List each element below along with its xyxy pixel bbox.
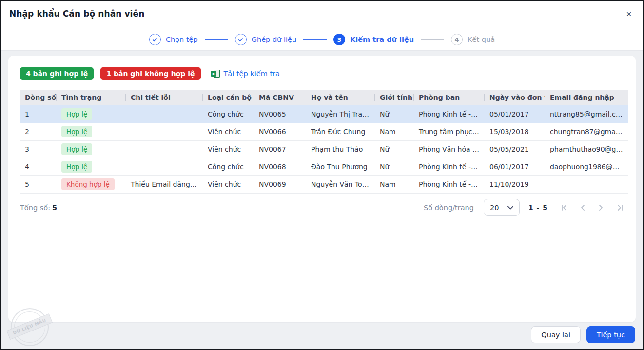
table-cell: [126, 123, 203, 140]
table-cell: 3: [20, 140, 57, 158]
table-cell: Công chức: [203, 105, 254, 123]
step-label: Chọn tệp: [166, 36, 198, 43]
download-link-label: Tải tệp kiểm tra: [224, 70, 280, 78]
step-label: Kiểm tra dữ liệu: [350, 36, 414, 43]
table-cell: [126, 105, 203, 123]
status-badge: Hợp lệ: [61, 161, 92, 173]
table-cell: Hợp lệ: [57, 158, 126, 175]
first-page-button[interactable]: [560, 203, 568, 212]
column-header: Chi tiết lỗi: [126, 90, 203, 105]
table-cell: nttrang85@gmail.com: [545, 105, 628, 123]
column-header: Dòng số: [20, 90, 57, 105]
step-label: Ghép dữ liệu: [252, 36, 296, 43]
page-range: 1 - 5: [528, 204, 548, 212]
table-cell: Nguyễn Thị Trang: [306, 105, 375, 123]
table-cell: 05/01/2017: [485, 105, 545, 123]
step-connector: [421, 39, 444, 40]
stepper-step-2[interactable]: Ghép dữ liệu: [235, 34, 296, 45]
stepper-step-3[interactable]: 3Kiểm tra dữ liệu: [333, 34, 414, 45]
table-cell: 06/01/2017: [485, 158, 545, 175]
modal-body: 4 bản ghi hợp lệ 1 bản ghi không hợp lệ …: [1, 51, 643, 322]
content-card: 4 bản ghi hợp lệ 1 bản ghi không hợp lệ …: [8, 56, 636, 322]
table-cell: Nữ: [375, 105, 414, 123]
total-count: Tổng số:5: [20, 204, 57, 212]
status-badge: Không hợp lệ: [61, 178, 115, 190]
table-cell: Nữ: [375, 158, 414, 175]
stepper-step-1[interactable]: Chọn tệp: [149, 34, 198, 45]
step-connector: [303, 39, 327, 40]
stepper-step-4[interactable]: 4Kết quả: [451, 34, 495, 45]
valid-records-badge: 4 bản ghi hợp lệ: [20, 67, 94, 80]
table-cell: Phòng Văn hóa - X...: [414, 140, 485, 158]
table-row[interactable]: 3Hợp lệViên chứcNV0067Phạm thu ThảoNữPhò…: [20, 140, 628, 158]
previous-page-button[interactable]: [578, 203, 587, 212]
close-icon[interactable]: ×: [623, 8, 635, 20]
table-cell: 05/05/2021: [485, 140, 545, 158]
status-badge: Hợp lệ: [61, 126, 92, 137]
table-cell: daophuong1986@gmai...: [545, 158, 628, 175]
step-label: Kết quả: [468, 36, 495, 43]
continue-button[interactable]: Tiếp tục: [586, 326, 635, 343]
next-page-button[interactable]: [597, 203, 605, 212]
step-number: 4: [451, 34, 463, 45]
table-cell: 11/10/2019: [485, 175, 545, 193]
stepper: Chọn tệpGhép dữ liệu3Kiểm tra dữ liệu4Kế…: [1, 34, 643, 45]
total-count-value: 5: [52, 204, 57, 212]
step-connector: [205, 39, 228, 40]
table-cell: Viên chức: [203, 175, 254, 193]
table-cell: Hợp lệ: [57, 140, 126, 158]
table-cell: Trần Đức Chung: [306, 123, 375, 140]
modal-footer: Quay lại Tiếp tục: [531, 326, 635, 343]
pagination-bar: Tổng số:5 Số dòng/trang 20 1 - 5: [20, 194, 624, 222]
table-cell: chungtran87@gmail.com: [545, 123, 628, 140]
page-title: Nhập khẩu Cán bộ nhân viên: [9, 9, 144, 19]
table-cell: Phòng Kinh tế - H...: [414, 105, 485, 123]
rows-per-page-select[interactable]: 20: [484, 199, 520, 216]
table-cell: Thiếu Email đăng nhập ...: [126, 175, 203, 193]
table-cell: Không hợp lệ: [57, 175, 126, 193]
table-cell: [126, 140, 203, 158]
table-cell: 5: [20, 175, 57, 193]
table-cell: Viên chức: [203, 123, 254, 140]
column-header: Phòng ban: [414, 90, 485, 105]
table-row[interactable]: 5Không hợp lệThiếu Email đăng nhập ...Vi…: [20, 175, 628, 193]
table-cell: 1: [20, 105, 57, 123]
column-header: Tình trạng: [57, 90, 126, 105]
table-cell: Nam: [375, 175, 414, 193]
download-check-file-link[interactable]: x Tải tệp kiểm tra: [211, 69, 280, 78]
table-cell: [545, 175, 628, 193]
chevron-down-icon: [507, 206, 513, 210]
table-cell: NV0066: [254, 123, 306, 140]
table-cell: Công chức: [203, 158, 254, 175]
table-cell: Phòng Kinh tế - H...: [414, 175, 485, 193]
last-page-button[interactable]: [615, 203, 624, 212]
table-cell: Hợp lệ: [57, 105, 126, 123]
excel-file-icon: x: [211, 69, 220, 78]
table-cell: Trung tâm phục v...: [414, 123, 485, 140]
table-cell: Nữ: [375, 140, 414, 158]
column-header: Ngày vào đơn vị: [485, 90, 545, 105]
table-cell: 15/03/2018: [485, 123, 545, 140]
table-cell: Hợp lệ: [57, 123, 126, 140]
back-button[interactable]: Quay lại: [531, 326, 581, 343]
step-check-icon: [149, 34, 161, 45]
column-header: Họ và tên: [306, 90, 375, 105]
status-badge: Hợp lệ: [61, 108, 92, 120]
table-cell: Đào Thu Phương: [306, 158, 375, 175]
import-check-table: Dòng sốTình trạngChi tiết lỗiLoại cán bộ…: [20, 90, 628, 194]
step-number: 3: [333, 34, 345, 45]
column-header: Giới tính: [375, 90, 414, 105]
table-cell: Nam: [375, 123, 414, 140]
table-row[interactable]: 2Hợp lệViên chứcNV0066Trần Đức ChungNamT…: [20, 123, 628, 140]
table-cell: NV0068: [254, 158, 306, 175]
column-header: Loại cán bộ: [203, 90, 254, 105]
table-cell: Nguyễn Văn Toàn: [306, 175, 375, 193]
step-check-icon: [235, 34, 247, 45]
table-row[interactable]: 1Hợp lệCông chứcNV0065Nguyễn Thị TrangNữ…: [20, 105, 628, 123]
invalid-records-badge: 1 bản ghi không hợp lệ: [100, 67, 200, 80]
table-cell: phamthuthao90@gmail...: [545, 140, 628, 158]
table-cell: NV0069: [254, 175, 306, 193]
table-row[interactable]: 4Hợp lệCông chứcNV0068Đào Thu PhươngNữPh…: [20, 158, 628, 175]
summary-row: 4 bản ghi hợp lệ 1 bản ghi không hợp lệ …: [20, 67, 624, 80]
column-header: Email đăng nhập: [545, 90, 628, 105]
